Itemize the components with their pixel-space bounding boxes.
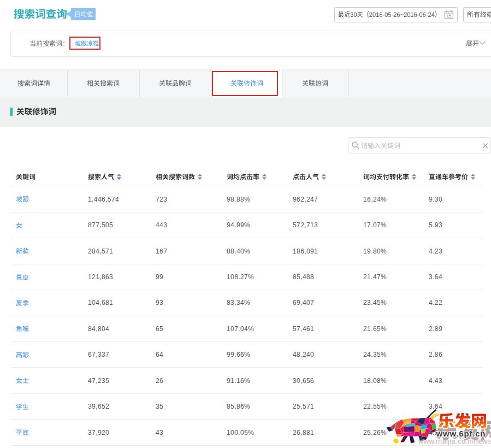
- svg-text:15: 15: [447, 14, 451, 19]
